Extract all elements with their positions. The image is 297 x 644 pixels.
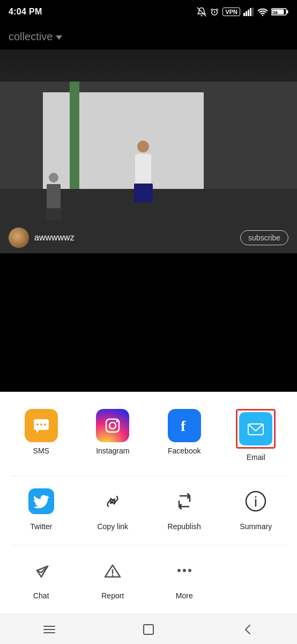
nav-back[interactable] [232, 619, 264, 640]
summary-label: Summary [240, 522, 272, 531]
svg-rect-18 [44, 423, 46, 426]
facebook-logo-icon: f [175, 416, 194, 435]
email-envelope-icon [246, 419, 265, 438]
email-highlight-border [236, 409, 276, 449]
status-icons: VPN 58 [197, 7, 288, 17]
app-title-bar[interactable]: collective [9, 31, 62, 43]
chat-label: Chat [33, 591, 49, 600]
square-icon [141, 622, 156, 637]
chevron-down-icon [56, 35, 62, 40]
avatar [9, 228, 29, 248]
share-chat[interactable]: Chat [5, 547, 77, 609]
twitter-label: Twitter [30, 522, 52, 531]
share-row-3: Chat Report More [0, 547, 297, 609]
svg-rect-16 [36, 423, 39, 426]
alarm-icon [210, 7, 219, 17]
more-label: More [176, 591, 193, 600]
video-area: awwwwwz subscribe [0, 49, 297, 253]
twitter-icon [25, 485, 58, 518]
video-user-info: awwwwwz [9, 228, 75, 248]
sms-icon [25, 409, 58, 442]
svg-rect-17 [40, 423, 42, 426]
share-instagram[interactable]: Instagram [77, 402, 149, 470]
facebook-icon: f [168, 409, 201, 442]
person-side [43, 173, 64, 221]
instagram-label: Instagram [96, 447, 129, 455]
svg-rect-7 [250, 8, 251, 16]
instagram-logo-icon [103, 416, 122, 435]
back-arrow-icon [240, 622, 255, 637]
more-dots-icon [170, 557, 198, 584]
bottom-navigation [0, 614, 297, 644]
republish-arrows-icon [170, 487, 198, 515]
status-bar: 4:04 PM VPN [0, 0, 297, 24]
person-main [127, 141, 159, 200]
report-icon [96, 554, 129, 587]
svg-point-33 [177, 569, 181, 572]
svg-point-32 [112, 575, 114, 576]
share-twitter[interactable]: Twitter [5, 478, 77, 539]
divider-2 [11, 545, 286, 545]
svg-text:58: 58 [273, 10, 278, 15]
share-republish[interactable]: Republish [148, 478, 220, 539]
signal-icon [243, 8, 254, 16]
nav-home[interactable] [132, 619, 165, 640]
divider-1 [11, 475, 286, 476]
email-label: Email [247, 453, 265, 462]
svg-rect-5 [246, 11, 247, 16]
info-circle-icon [242, 487, 270, 515]
svg-point-34 [183, 569, 186, 572]
svg-rect-8 [252, 8, 254, 16]
vpn-icon: VPN [222, 8, 240, 16]
link-icon [99, 487, 127, 515]
share-row-2: Twitter Copy link [0, 478, 297, 539]
nav-menu[interactable] [33, 619, 65, 640]
share-empty [220, 547, 292, 609]
bottom-sheet: SMS Instagram f Facebook [0, 392, 297, 644]
green-pillar [70, 82, 79, 200]
battery-icon: 58 [271, 8, 288, 16]
facebook-label: Facebook [168, 447, 201, 455]
app-title-text: collective [9, 31, 53, 43]
wifi-icon [257, 8, 268, 16]
app-header: collective [0, 24, 297, 49]
report-label: Report [101, 591, 124, 600]
share-row-1: SMS Instagram f Facebook [0, 402, 297, 470]
svg-line-0 [197, 8, 206, 17]
republish-icon [168, 485, 201, 518]
share-copylink[interactable]: Copy link [77, 478, 149, 539]
summary-icon [239, 485, 272, 518]
hamburger-icon [42, 622, 57, 637]
svg-rect-4 [243, 13, 245, 16]
sms-label: SMS [33, 447, 49, 455]
share-report[interactable]: Report [77, 547, 149, 609]
svg-point-27 [255, 496, 257, 498]
username-label: awwwwwz [34, 233, 75, 243]
mute-icon [197, 7, 206, 17]
svg-text:f: f [181, 418, 186, 434]
svg-point-20 [109, 422, 116, 429]
share-summary[interactable]: Summary [220, 478, 292, 539]
svg-rect-11 [287, 10, 288, 13]
sms-bubble-icon [32, 416, 51, 435]
warning-triangle-icon [99, 557, 127, 584]
chat-icon [25, 554, 58, 587]
instagram-icon [96, 409, 129, 442]
subscribe-button[interactable]: subscribe [240, 230, 288, 245]
svg-point-21 [116, 420, 118, 422]
svg-point-35 [188, 569, 191, 572]
copylink-icon [96, 485, 129, 518]
video-user-bar: awwwwwz subscribe [0, 228, 297, 248]
send-icon [27, 557, 55, 584]
share-sms[interactable]: SMS [5, 402, 77, 470]
video-background [0, 49, 297, 253]
share-more[interactable]: More [148, 547, 220, 609]
status-time: 4:04 PM [9, 7, 42, 17]
twitter-bird-icon [27, 487, 55, 515]
svg-rect-6 [248, 10, 249, 16]
share-email[interactable]: Email [220, 402, 292, 470]
svg-marker-15 [36, 430, 39, 433]
share-facebook[interactable]: f Facebook [148, 402, 220, 470]
svg-point-9 [262, 14, 264, 16]
republish-label: Republish [168, 522, 201, 531]
